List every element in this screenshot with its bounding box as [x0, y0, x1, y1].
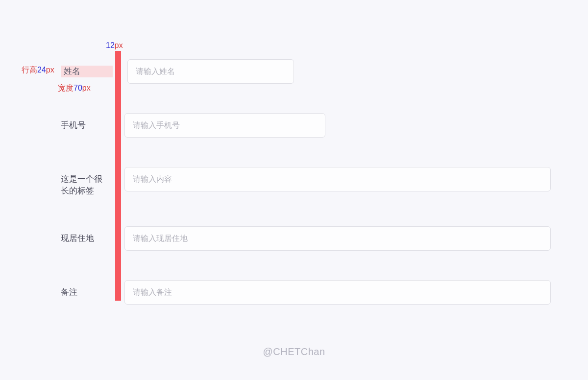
input-wrap-long	[124, 167, 551, 191]
content-input[interactable]	[124, 167, 551, 191]
form-row-name: 姓名	[61, 59, 556, 84]
gap-value: 12	[106, 41, 115, 49]
watermark: @CHETChan	[263, 346, 325, 357]
input-wrap-name	[127, 59, 294, 84]
input-wrap-phone	[124, 113, 325, 138]
form-row-longlabel: 这是一个很长的标签	[61, 167, 556, 197]
input-wrap-remark	[124, 280, 551, 305]
label-remark: 备注	[61, 280, 110, 298]
label-long: 这是一个很长的标签	[61, 167, 110, 197]
remark-input[interactable]	[124, 280, 551, 305]
width-unit: px	[82, 84, 91, 92]
label-name: 姓名	[61, 66, 113, 77]
form-row-address: 现居住地	[61, 226, 556, 251]
gap-annotation: 12px	[106, 41, 123, 50]
address-input[interactable]	[124, 226, 551, 251]
gap-unit: px	[115, 41, 123, 49]
width-value: 70	[74, 84, 82, 92]
lineheight-prefix: 行高	[22, 66, 37, 74]
lineheight-value: 24	[37, 66, 46, 74]
form-container: 12px 行高24px 宽度70px 姓名 手机号 这是一个很长的标签 现居住地	[61, 43, 556, 334]
width-prefix: 宽度	[58, 84, 74, 92]
input-wrap-address	[124, 226, 551, 251]
label-phone: 手机号	[61, 113, 110, 131]
name-input[interactable]	[127, 59, 294, 84]
phone-input[interactable]	[124, 113, 325, 138]
form-row-remark: 备注	[61, 280, 556, 305]
form-row-phone: 手机号	[61, 113, 556, 138]
lineheight-annotation: 行高24px	[22, 65, 54, 75]
lineheight-unit: px	[46, 66, 54, 74]
width-annotation: 宽度70px	[58, 83, 91, 94]
label-address: 现居住地	[61, 226, 110, 244]
